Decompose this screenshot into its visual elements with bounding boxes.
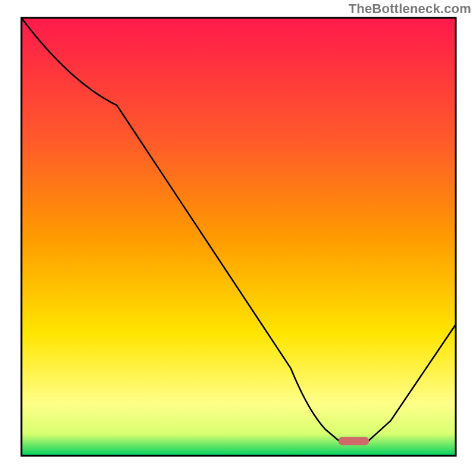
chart-container: TheBottleneck.com — [0, 0, 476, 476]
bottleneck-chart — [0, 0, 476, 476]
optimal-range-marker — [339, 437, 369, 445]
gradient-background — [21, 18, 456, 456]
watermark-label: TheBottleneck.com — [349, 1, 471, 17]
